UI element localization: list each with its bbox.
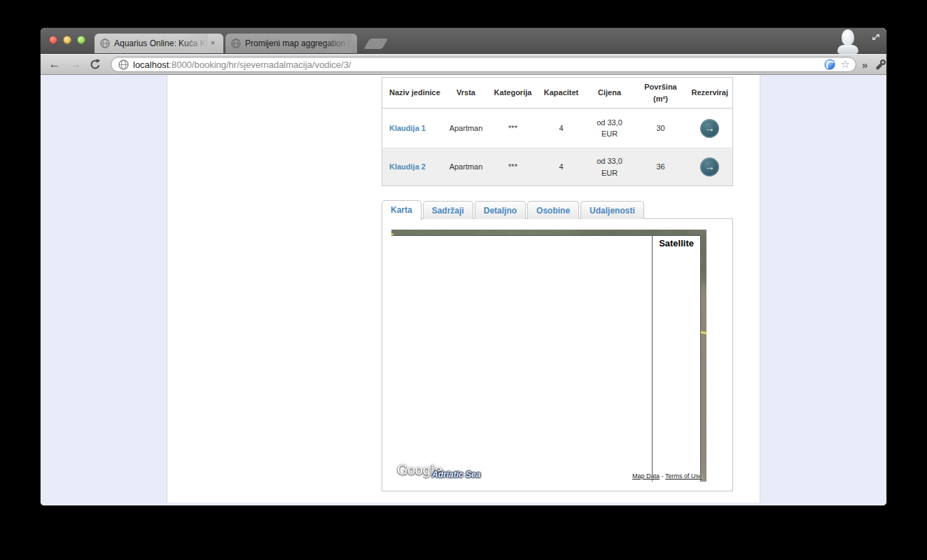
accommodation-section: Naziv jedinice Vrsta Kategorija Kapacite…: [382, 77, 734, 491]
mannequin-shoulders: [837, 45, 858, 54]
unit-row: Klaudija 2 Apartman *** 4 od 33,0 EUR 36…: [382, 148, 733, 186]
col-header-type: Vrsta: [444, 78, 489, 108]
map-type-map-button[interactable]: Map: [391, 235, 652, 482]
reserve-button[interactable]: →: [700, 158, 719, 176]
unit-price-line2: EUR: [585, 128, 634, 140]
tab-title: Aquarius Online: Kuća Klaud: [114, 38, 208, 48]
browser-tab-inactive[interactable]: Promijeni map aggregation |: [225, 34, 357, 53]
reserve-button[interactable]: →: [700, 119, 719, 138]
unit-price-line1: od 33,0: [585, 155, 634, 167]
unit-capacity: 4: [538, 108, 585, 148]
reload-button[interactable]: [87, 58, 104, 71]
terms-of-use-link[interactable]: Terms of Use: [665, 472, 702, 479]
globe-favicon-icon: [100, 38, 110, 48]
unit-type: Apartman: [444, 108, 489, 148]
forward-button[interactable]: →: [67, 57, 84, 71]
new-tab-button[interactable]: [364, 38, 389, 49]
url-host: localhost: [133, 59, 169, 70]
wrench-menu-icon[interactable]: [874, 59, 886, 71]
unit-link[interactable]: Klaudija 2: [389, 162, 426, 171]
url-path: :8000/booking/hr/sjevernadalmacija/vodic…: [169, 59, 351, 70]
attribution-separator: -: [660, 472, 665, 479]
unit-area-value: 36: [634, 148, 688, 186]
col-header-capacity: Kapacitet: [538, 78, 585, 108]
window-controls: [49, 36, 85, 44]
units-table: Naziv jedinice Vrsta Kategorija Kapacite…: [382, 77, 733, 186]
bookmark-star-icon[interactable]: ☆: [841, 58, 850, 71]
col-header-area: Površina (m²): [634, 78, 688, 108]
unit-price: od 33,0 EUR: [585, 108, 634, 148]
sea-label: Adriatic Sea: [432, 470, 480, 479]
browser-tab-active[interactable]: Aquarius Online: Kuća Klaud ×: [95, 34, 223, 53]
unit-price-line2: EUR: [585, 167, 634, 179]
tab-karta[interactable]: Karta: [382, 200, 421, 220]
tab-osobine[interactable]: Osobine: [527, 201, 579, 219]
site-globe-icon: [118, 59, 129, 70]
unit-capacity: 4: [538, 148, 585, 186]
col-header-area-line2: (m²): [634, 93, 688, 105]
google-map[interactable]: Vodice Magistrala Magistrala OLYMPIA VOD…: [391, 230, 706, 482]
col-header-name: Naziv jedinice: [382, 78, 444, 108]
mannequin-decoration: [836, 29, 860, 54]
unit-category: ***: [489, 108, 538, 148]
close-tab-icon[interactable]: ×: [208, 38, 218, 48]
browser-toolbar: ← → localhost:8000/booking/hr/sjevernada…: [41, 55, 886, 75]
tab-detaljno[interactable]: Detaljno: [475, 201, 526, 219]
url-text[interactable]: localhost:8000/booking/hr/sjevernadalmac…: [133, 59, 824, 70]
col-header-category: Kategorija: [489, 78, 538, 108]
tab-title: Promijeni map aggregation |: [245, 38, 351, 48]
expand-window-icon[interactable]: [871, 32, 881, 42]
unit-link[interactable]: Klaudija 1: [389, 124, 426, 132]
map-tab-panel: Vodice Magistrala Magistrala OLYMPIA VOD…: [382, 218, 733, 491]
tab-sadrzaji[interactable]: Sadržaji: [423, 201, 473, 219]
unit-price-line1: od 33,0: [585, 117, 634, 129]
col-header-area-line1: Površina: [634, 81, 688, 93]
globe-favicon-icon: [231, 38, 241, 48]
tab-udaljenosti[interactable]: Udaljenosti: [580, 201, 644, 219]
back-button[interactable]: ←: [46, 57, 63, 71]
unit-type: Apartman: [444, 148, 489, 186]
unit-area-value: 30: [634, 108, 688, 148]
address-bar[interactable]: localhost:8000/booking/hr/sjevernadalmac…: [111, 57, 856, 72]
browser-tab-strip: Aquarius Online: Kuća Klaud × Promijeni …: [41, 28, 886, 54]
page-background: Naziv jedinice Vrsta Kategorija Kapacite…: [41, 75, 886, 505]
minimize-window-button[interactable]: [63, 36, 71, 44]
page-action-icon[interactable]: [824, 59, 835, 70]
col-header-reserve: Rezerviraj: [688, 78, 733, 108]
map-type-control: Map Satellite: [391, 235, 701, 482]
browser-window: Aquarius Online: Kuća Klaud × Promijeni …: [41, 28, 886, 505]
toolbar-overflow-icon[interactable]: »: [862, 59, 867, 71]
map-data-link[interactable]: Map Data: [632, 472, 660, 479]
detail-tabs: KartaSadržajiDetaljnoOsobineUdaljenosti: [382, 200, 734, 219]
mannequin-head: [842, 29, 854, 46]
unit-category: ***: [489, 148, 538, 186]
page-content: Naziv jedinice Vrsta Kategorija Kapacite…: [167, 75, 760, 503]
close-window-button[interactable]: [49, 36, 57, 44]
units-table-header-row: Naziv jedinice Vrsta Kategorija Kapacite…: [382, 78, 733, 108]
map-attribution: Map Data - Terms of Use: [632, 472, 702, 479]
unit-row: Klaudija 1 Apartman *** 4 od 33,0 EUR 30…: [382, 108, 733, 148]
zoom-window-button[interactable]: [77, 36, 85, 44]
unit-price: od 33,0 EUR: [585, 148, 634, 186]
map-type-satellite-button[interactable]: Satellite: [652, 235, 701, 482]
col-header-price: Cijena: [585, 78, 634, 108]
